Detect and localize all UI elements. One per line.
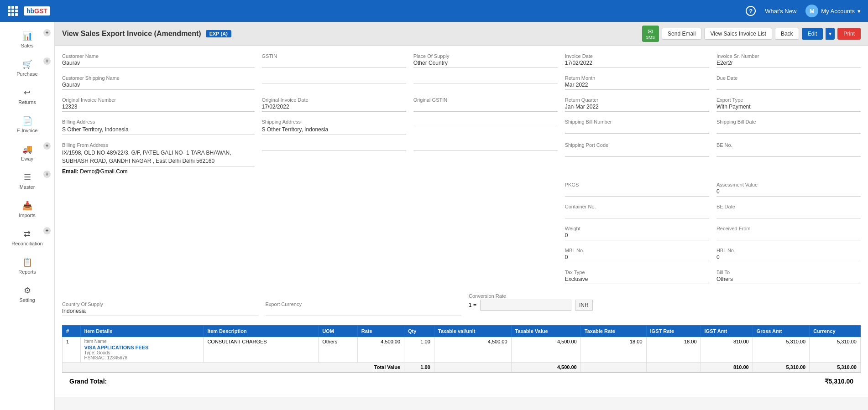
imports-icon: 📥 (22, 201, 32, 211)
reports-icon: 📋 (22, 257, 32, 267)
sidebar-item-returns[interactable]: ↩ Returns (0, 82, 54, 110)
col-item-description: Item Description (204, 326, 319, 337)
return-quarter-field: Return Quarter Jan-Mar 2022 (565, 97, 709, 112)
col-item-details: Item Details (80, 326, 204, 337)
customer-shipping-name-field: Customer Shipping Name Gaurav (62, 75, 255, 90)
total-gross-amt: 5,310.00 (753, 363, 810, 372)
logo-gst: GST (34, 7, 47, 15)
sidebar-item-imports[interactable]: 📥 Imports (0, 195, 54, 223)
col-gross-amt: Gross Amt (753, 326, 810, 337)
sidebar-item-eway[interactable]: 🚚 Eway + (0, 139, 54, 167)
sms-button[interactable]: ✉ SMS (642, 26, 659, 42)
sidebar-item-einvoice[interactable]: 📄 E-Invoice (0, 110, 54, 139)
col-uom: UOM (319, 326, 358, 337)
export-type-field: Export Type With Payment (716, 97, 861, 112)
due-date-value (716, 82, 861, 90)
place-of-supply-value: Other Country (413, 60, 558, 68)
due-date-field: Due Date (716, 75, 861, 90)
blank4 (262, 142, 406, 157)
bill-to-field: Bill To Others (716, 270, 861, 284)
sidebar-item-setting[interactable]: ⚙ Setting (0, 280, 54, 308)
conversion-input[interactable] (480, 300, 571, 311)
return-month-field: Return Month Mar 2022 (565, 75, 709, 90)
logo[interactable]: hb GST (24, 6, 50, 16)
print-button[interactable]: Print (837, 28, 861, 40)
header-actions: ✉ SMS Send Email View Sales Invoice List… (642, 26, 861, 42)
cell-item-details: Item Name VISA APPLICATIONS FEES Type: G… (80, 337, 204, 363)
my-accounts-menu[interactable]: M My Accounts ▾ (805, 5, 861, 17)
assessment-value-field: Assessment Value 0 (716, 182, 861, 197)
grand-total-label: Grand Total: (69, 378, 107, 385)
grand-total-value: ₹5,310.00 (825, 378, 854, 385)
eway-plus-button[interactable]: + (43, 142, 51, 150)
returns-icon: ↩ (24, 88, 31, 98)
shipping-bill-number-field: Shipping Bill Number (565, 119, 709, 135)
export-currency-field: Export Currency (266, 301, 462, 316)
cell-igst-amt: 810.00 (701, 337, 753, 363)
pkgs-field: PKGS (565, 182, 709, 197)
original-invoice-date-field: Original Invoice Date 17/02/2022 (262, 97, 406, 112)
total-qty: 1.00 (404, 363, 434, 372)
edit-dropdown-button[interactable]: ▾ (826, 28, 835, 40)
sidebar-item-reconciliation[interactable]: ⇄ Reconciliation + (0, 223, 54, 252)
customer-name-label: Customer Name (62, 53, 255, 59)
edit-button[interactable]: Edit (802, 28, 823, 40)
billing-from-address-field: Billing From Address IX/1598, OLD NO-489… (62, 142, 255, 175)
my-accounts-label: My Accounts (821, 8, 855, 15)
sidebar-item-label: Reconciliation (11, 241, 42, 246)
cell-currency: 5,310.00 (810, 337, 861, 363)
purchase-plus-button[interactable]: + (43, 57, 51, 65)
sidebar-item-reports[interactable]: 📋 Reports (0, 252, 54, 280)
gstin-field: GSTIN (262, 53, 406, 68)
logo-hb: hb (26, 7, 34, 15)
customer-name-field: Customer Name Gaurav (62, 53, 255, 68)
customer-shipping-name-value: Gaurav (62, 82, 255, 90)
back-button[interactable]: Back (775, 28, 799, 40)
original-gstin-field: Original GSTIN (413, 97, 558, 112)
master-plus-button[interactable]: + (43, 171, 51, 178)
content-area: View Sales Export Invoice (Amendment) EX… (55, 22, 868, 410)
cell-gross-amt: 5,310.00 (753, 337, 810, 363)
sidebar-item-master[interactable]: ☰ Master + (0, 167, 54, 195)
cell-no: 1 (63, 337, 81, 363)
whats-new-link[interactable]: What's New (765, 8, 796, 15)
send-email-button[interactable]: Send Email (662, 28, 701, 40)
col-igst-amt: IGST Amt (701, 326, 753, 337)
cell-uom: Others (319, 337, 358, 363)
sidebar-item-sales[interactable]: 📊 Sales + (0, 26, 54, 54)
cell-taxable-value: 4,500.00 (511, 337, 580, 363)
blank3 (413, 119, 558, 135)
weight-field: Weight 0 (565, 226, 709, 240)
be-no-field: BE No. (716, 142, 861, 157)
reconciliation-plus-button[interactable]: + (43, 227, 51, 234)
total-taxable-value: 4,500.00 (511, 363, 580, 372)
sidebar-item-purchase[interactable]: 🛒 Purchase + (0, 54, 54, 82)
invoice-sr-number-value: E2er2r (716, 60, 861, 68)
grid-menu-icon[interactable] (7, 5, 18, 16)
logo-box: hb GST (24, 6, 50, 16)
gstin-value (262, 60, 406, 68)
blank2 (413, 75, 558, 90)
view-sales-invoice-list-button[interactable]: View Sales Invoice List (704, 28, 772, 40)
conversion-row: 1 = INR (469, 300, 861, 311)
sales-plus-button[interactable]: + (43, 29, 51, 36)
customer-shipping-name-label: Customer Shipping Name (62, 75, 255, 81)
einvoice-icon: 📄 (22, 116, 32, 126)
total-igst-amt: 810.00 (701, 363, 753, 372)
invoice-sr-number-field: Invoice Sr. Number E2er2r (716, 53, 861, 68)
be-date-field: BE Date (716, 204, 861, 218)
conversion-equals: 1 = (469, 302, 476, 308)
col-qty: Qty (404, 326, 434, 337)
help-icon[interactable]: ? (746, 6, 756, 16)
master-icon: ☰ (24, 172, 31, 182)
sidebar-item-label: Imports (19, 213, 36, 218)
sidebar-item-label: Reports (18, 269, 36, 275)
top-nav-right: ? What's New M My Accounts ▾ (746, 5, 861, 17)
cell-taxable-val-unit: 4,500.00 (434, 337, 511, 363)
chevron-down-icon: ▾ (858, 8, 861, 15)
grand-total-bar: Grand Total: ₹5,310.00 (62, 372, 861, 389)
customer-name-value: Gaurav (62, 60, 255, 68)
tax-type-field: Tax Type Exclusive (565, 270, 709, 284)
avatar: M (805, 5, 818, 17)
received-from-field: Received From (716, 226, 861, 240)
